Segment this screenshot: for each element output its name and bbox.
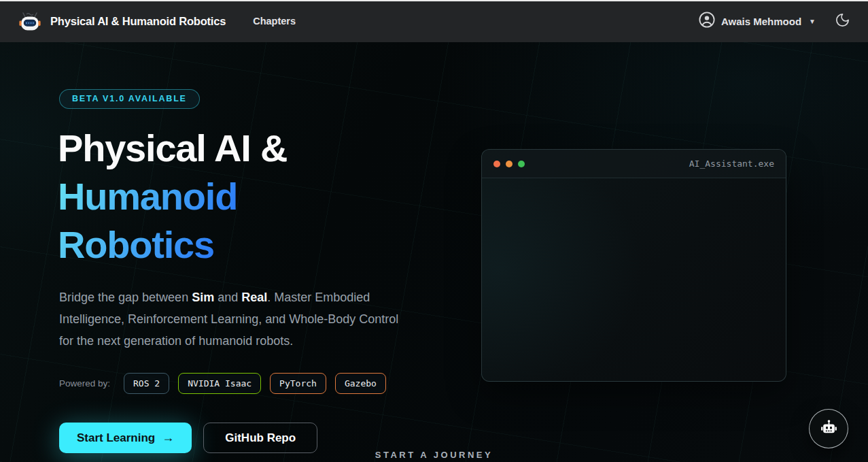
beta-badge: BETA V1.0 AVAILABLE	[59, 89, 200, 109]
user-menu[interactable]: Awais Mehmood ▼	[699, 12, 816, 31]
description-text: Bridge the gap between	[59, 291, 192, 304]
cta-row: Start Learning → GitHub Repo	[59, 423, 317, 453]
user-avatar-icon	[699, 12, 715, 31]
tech-tag-pytorch: PyTorch	[270, 373, 326, 394]
robot-chat-icon	[820, 418, 838, 439]
title-gradient-block: HumanoidRobotics	[58, 172, 237, 269]
powered-by-label: Powered by:	[59, 378, 110, 389]
terminal-titlebar: AI_Assistant.exe	[482, 150, 786, 178]
terminal-window: AI_Assistant.exe	[481, 149, 786, 382]
terminal-body	[482, 178, 786, 382]
moon-icon	[835, 12, 850, 30]
description-bold-real: Real	[241, 291, 267, 304]
title-line-robotics: Robotics	[58, 223, 214, 266]
page-title: Physical AI &HumanoidRobotics	[58, 124, 287, 269]
title-line-humanoid: Humanoid	[58, 175, 237, 218]
description-text: and	[214, 291, 241, 304]
terminal-title: AI_Assistant.exe	[689, 159, 774, 169]
start-learning-button[interactable]: Start Learning →	[59, 423, 192, 453]
tech-tag-ros2: ROS 2	[124, 373, 169, 394]
landing-page: Physical AI & Humanoid Robotics Chapters…	[0, 0, 868, 462]
title-line-white: Physical AI &	[58, 127, 287, 169]
tech-tag-gazebo: Gazebo	[335, 373, 386, 394]
start-learning-label: Start Learning	[77, 431, 155, 445]
chatbot-button[interactable]	[809, 409, 848, 448]
description-bold-sim: Sim	[192, 291, 214, 304]
hero-description: Bridge the gap between Sim and Real. Mas…	[59, 286, 403, 352]
navbar-left: Physical AI & Humanoid Robotics Chapters	[18, 11, 296, 32]
theme-toggle-button[interactable]	[835, 12, 850, 30]
scroll-hint-label: START A JOURNEY	[0, 450, 868, 460]
window-maximize-dot	[518, 161, 525, 167]
powered-by-row: Powered by: ROS 2 NVIDIA Isaac PyTorch G…	[59, 373, 386, 394]
window-top-edge	[0, 0, 868, 1]
chevron-down-icon: ▼	[809, 18, 816, 25]
arrow-right-icon: →	[162, 431, 174, 445]
nav-link-chapters[interactable]: Chapters	[253, 16, 296, 27]
navbar: Physical AI & Humanoid Robotics Chapters…	[0, 0, 868, 42]
robot-logo-icon	[18, 11, 42, 32]
navbar-right: Awais Mehmood ▼	[699, 12, 850, 31]
github-repo-button[interactable]: GitHub Repo	[203, 423, 317, 453]
window-close-dot	[493, 161, 500, 167]
window-minimize-dot	[506, 161, 513, 167]
brand-title: Physical AI & Humanoid Robotics	[50, 15, 226, 28]
user-name: Awais Mehmood	[721, 16, 801, 27]
tech-tag-nvidia-isaac: NVIDIA Isaac	[178, 373, 261, 394]
